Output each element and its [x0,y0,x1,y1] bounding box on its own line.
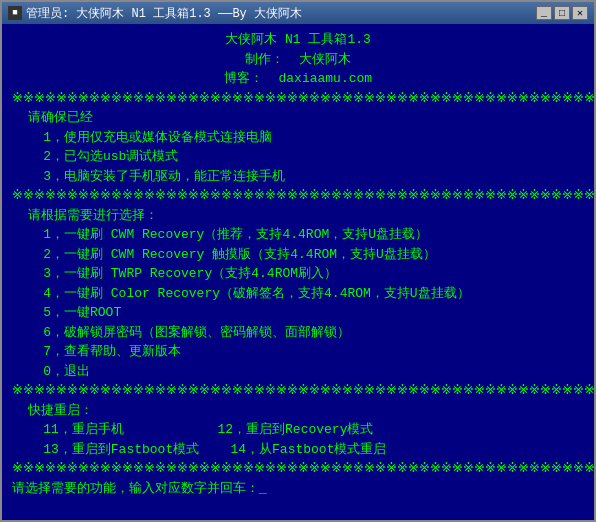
separator-1: ※※※※※※※※※※※※※※※※※※※※※※※※※※※※※※※※※※※※※※※※… [12,89,584,109]
separator-4: ※※※※※※※※※※※※※※※※※※※※※※※※※※※※※※※※※※※※※※※※… [12,459,584,479]
separator-3: ※※※※※※※※※※※※※※※※※※※※※※※※※※※※※※※※※※※※※※※※… [12,381,584,401]
prereq-item-2: 2，已勾选usb调试模式 [12,147,584,167]
window-controls: _ □ ✕ [536,6,588,20]
menu-item-0: 0，退出 [12,362,584,382]
window-title: 管理员: 大侠阿木 N1 工具箱1.3 ——By 大侠阿木 [26,5,302,22]
section3-title: 快捷重启： [12,401,584,421]
prereq-item-1: 1，使用仅充电或媒体设备模式连接电脑 [12,128,584,148]
input-prompt[interactable]: 请选择需要的功能，输入对应数字并回车：_ [12,479,584,499]
menu-item-4: 4，一键刷 Color Recovery（破解签名，支持4.4ROM，支持U盘挂… [12,284,584,304]
main-window: ■ 管理员: 大侠阿木 N1 工具箱1.3 ——By 大侠阿木 _ □ ✕ 大侠… [0,0,596,522]
menu-item-1: 1，一键刷 CWM Recovery（推荐，支持4.4ROM，支持U盘挂载） [12,225,584,245]
close-button[interactable]: ✕ [572,6,588,20]
reboot-item-line1: 11，重启手机 12，重启到Recovery模式 [12,420,584,440]
window-icon: ■ [8,6,22,20]
menu-item-7: 7，查看帮助、更新版本 [12,342,584,362]
section1-title: 请确保已经 [12,108,584,128]
menu-item-5: 5，一键ROOT [12,303,584,323]
menu-item-3: 3，一键刷 TWRP Recovery（支持4.4ROM刷入） [12,264,584,284]
menu-item-6: 6，破解锁屏密码（图案解锁、密码解锁、面部解锁） [12,323,584,343]
reboot-item-line2: 13，重启到Fastboot模式 14，从Fastboot模式重启 [12,440,584,460]
title-bar: ■ 管理员: 大侠阿木 N1 工具箱1.3 ——By 大侠阿木 _ □ ✕ [2,2,594,24]
console-area: 大侠阿木 N1 工具箱1.3 制作： 大侠阿木 博客： daxiaamu.com… [2,24,594,520]
maximize-button[interactable]: □ [554,6,570,20]
prereq-item-3: 3，电脑安装了手机驱动，能正常连接手机 [12,167,584,187]
header-blog: 博客： daxiaamu.com [12,69,584,89]
menu-item-2: 2，一键刷 CWM Recovery 触摸版（支持4.4ROM，支持U盘挂载） [12,245,584,265]
header-author: 制作： 大侠阿木 [12,50,584,70]
section2-title: 请根据需要进行选择： [12,206,584,226]
header-title: 大侠阿木 N1 工具箱1.3 [12,30,584,50]
title-bar-left: ■ 管理员: 大侠阿木 N1 工具箱1.3 ——By 大侠阿木 [8,5,302,22]
separator-2: ※※※※※※※※※※※※※※※※※※※※※※※※※※※※※※※※※※※※※※※※… [12,186,584,206]
minimize-button[interactable]: _ [536,6,552,20]
